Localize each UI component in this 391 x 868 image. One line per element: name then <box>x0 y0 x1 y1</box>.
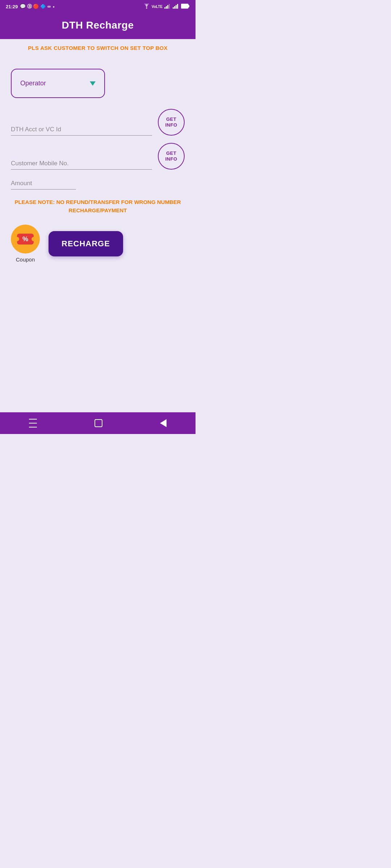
amount-input[interactable] <box>11 177 76 190</box>
svg-rect-9 <box>181 4 188 8</box>
amount-wrapper <box>11 177 185 190</box>
svg-rect-4 <box>169 4 170 9</box>
wifi-icon <box>143 4 150 10</box>
page-title: DTH Recharge <box>62 20 134 31</box>
notification-icons: 💬 Ⓑ 🔴 🔷 ∞ <box>20 3 51 10</box>
signal-bars2 <box>173 4 179 10</box>
status-left: 21:29 💬 Ⓑ 🔴 🔷 ∞ • <box>6 3 55 10</box>
svg-rect-7 <box>176 5 177 9</box>
spacer <box>0 304 196 412</box>
app-header: DTH Recharge <box>0 13 196 39</box>
svg-rect-8 <box>177 4 178 9</box>
dot-indicator: • <box>53 4 55 9</box>
notice-bar: PLS ASK CUSTOMER TO SWITCH ON SET TOP BO… <box>0 39 196 54</box>
coupon-button[interactable]: % Coupon <box>11 225 40 263</box>
main-content: Operator GETINFO GETINFO PLEASE NOTE: NO… <box>0 54 196 304</box>
time-display: 21:29 <box>6 4 18 9</box>
operator-wrapper: Operator <box>11 69 185 98</box>
menu-nav-button[interactable] <box>29 418 37 429</box>
svg-rect-3 <box>167 5 168 9</box>
back-nav-icon <box>160 419 167 427</box>
dth-account-row: GETINFO <box>11 109 185 136</box>
warning-note: PLEASE NOTE: NO REFUND/TRANSFER FOR WRON… <box>11 198 185 214</box>
mobile-no-row: GETINFO <box>11 143 185 170</box>
notice-text: PLS ASK CUSTOMER TO SWITCH ON SET TOP BO… <box>28 45 168 51</box>
coupon-icon: % <box>17 234 34 244</box>
chevron-down-icon <box>90 81 96 86</box>
status-bar: 21:29 💬 Ⓑ 🔴 🔷 ∞ • VoLTE <box>0 0 196 13</box>
get-info-button-mobile[interactable]: GETINFO <box>158 143 185 170</box>
mobile-no-input[interactable] <box>11 157 152 170</box>
operator-dropdown[interactable]: Operator <box>11 69 105 98</box>
get-info-button-dth[interactable]: GETINFO <box>158 109 185 136</box>
svg-point-0 <box>146 8 147 9</box>
coupon-circle: % <box>11 225 40 254</box>
bottom-nav <box>0 412 196 434</box>
status-right: VoLTE <box>143 4 190 10</box>
svg-rect-6 <box>174 6 175 9</box>
svg-rect-1 <box>164 7 165 9</box>
signal-bars <box>164 4 171 10</box>
lte-label: VoLTE <box>152 5 163 9</box>
dth-account-input[interactable] <box>11 123 152 136</box>
dth-input-wrapper <box>11 123 152 136</box>
svg-rect-2 <box>166 6 167 9</box>
svg-rect-5 <box>173 7 174 9</box>
home-nav-icon <box>94 419 102 427</box>
mobile-input-wrapper <box>11 157 152 170</box>
battery-icon <box>181 4 190 10</box>
home-nav-button[interactable] <box>94 419 102 427</box>
svg-rect-10 <box>188 5 189 7</box>
bottom-actions: % Coupon RECHARGE <box>11 225 185 263</box>
operator-label: Operator <box>20 80 46 87</box>
coupon-label: Coupon <box>16 256 35 263</box>
recharge-button[interactable]: RECHARGE <box>49 231 123 256</box>
back-nav-button[interactable] <box>160 419 167 427</box>
